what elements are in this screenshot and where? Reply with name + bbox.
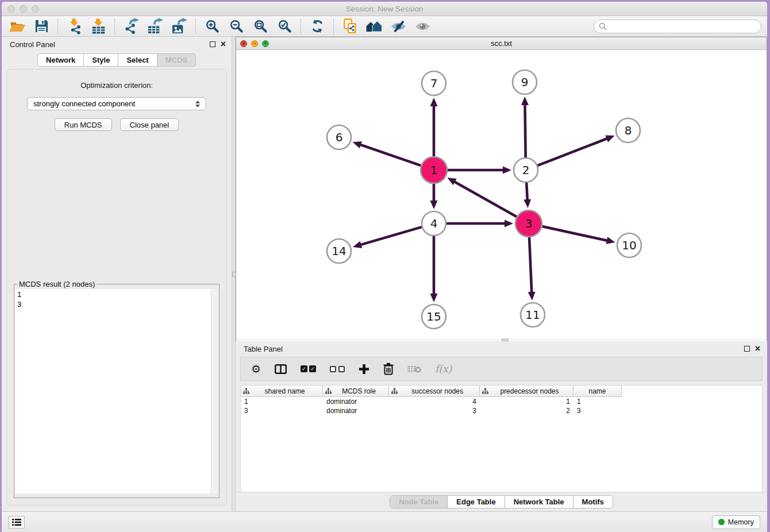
svg-text:6: 6	[336, 130, 343, 144]
table-tabs-bar: Node TableEdge TableNetwork TableMotifs	[236, 492, 767, 511]
column-header-successor-nodes[interactable]: successor nodes	[389, 385, 480, 397]
tab-edge-table[interactable]: Edge Table	[447, 496, 504, 508]
criterion-dropdown[interactable]: strongly connected component	[27, 97, 206, 110]
table-cell[interactable]: 3	[573, 406, 622, 415]
run-mcds-button[interactable]: Run MCDS	[55, 118, 112, 131]
graph-edge-4-15[interactable]	[430, 236, 438, 302]
hide-details-button[interactable]	[386, 18, 410, 35]
import-table-button[interactable]	[86, 18, 110, 35]
graph-edge-1-6[interactable]	[353, 141, 421, 165]
add-column-button[interactable]	[359, 364, 369, 375]
graph-node-10[interactable]: 10	[617, 233, 641, 257]
zoom-selected-button[interactable]	[272, 18, 297, 35]
graph-edge-1-4[interactable]	[430, 184, 438, 209]
graph-edge-3-10[interactable]	[542, 226, 615, 244]
table-cell[interactable]: dominator	[323, 406, 389, 415]
table-cell[interactable]: 3	[389, 406, 480, 415]
column-header-name[interactable]: name	[573, 385, 622, 397]
tab-motifs[interactable]: Motifs	[573, 496, 613, 508]
result-scrollbar[interactable]	[211, 289, 218, 494]
horizontal-splitter-grip[interactable]	[502, 338, 509, 341]
column-header-shared-name[interactable]: shared name	[241, 385, 323, 397]
table-cell[interactable]: dominator	[323, 397, 389, 406]
tab-network-table[interactable]: Network Table	[505, 496, 573, 508]
graph-node-8[interactable]: 8	[616, 118, 640, 142]
window-title: Session: New Session	[2, 5, 767, 13]
zoom-in-button[interactable]	[200, 18, 224, 35]
table-options-button[interactable]: ⚙	[251, 363, 261, 375]
zoom-in-icon	[205, 19, 220, 33]
table-cell[interactable]: 1	[480, 397, 573, 406]
column-header-predecessor-nodes[interactable]: predecessor nodes	[480, 385, 573, 397]
table-row[interactable]: 3dominator323	[241, 406, 762, 415]
tab-network[interactable]: Network	[37, 53, 84, 67]
delete-column-button[interactable]	[383, 363, 394, 375]
horizontal-splitter[interactable]	[236, 338, 767, 341]
new-network-from-selection-button[interactable]	[338, 18, 362, 35]
graph-edge-4-14[interactable]	[353, 227, 422, 248]
mcds-result-text[interactable]: 1 3	[15, 289, 211, 494]
graph-node-15[interactable]: 15	[422, 304, 446, 329]
task-history-button[interactable]	[9, 516, 25, 529]
tab-mcds[interactable]: MCDS	[157, 53, 196, 67]
deselect-all-rows-button[interactable]	[330, 366, 345, 372]
table-cell[interactable]: 3	[241, 406, 323, 415]
search-input[interactable]	[610, 22, 756, 30]
zoom-out-button[interactable]	[224, 18, 248, 35]
float-panel-icon[interactable]	[210, 41, 215, 47]
import-network-button[interactable]	[62, 18, 86, 35]
graph-node-6[interactable]: 6	[327, 125, 351, 149]
graph-edge-2-3[interactable]	[523, 183, 531, 208]
export-network-button[interactable]	[119, 18, 143, 35]
graph-edge-3-11[interactable]	[528, 237, 536, 300]
refresh-view-button[interactable]	[305, 18, 329, 35]
graph-edge-3-1[interactable]	[448, 178, 517, 217]
graph-node-7[interactable]: 7	[422, 71, 446, 95]
column-view-button[interactable]	[275, 364, 287, 374]
open-session-button[interactable]	[5, 18, 29, 35]
save-session-button[interactable]	[29, 18, 53, 35]
column-sort-icon	[243, 388, 249, 394]
tab-select[interactable]: Select	[118, 53, 157, 67]
splitter-grip[interactable]	[232, 272, 236, 277]
export-image-button[interactable]	[167, 18, 191, 35]
graph-node-3[interactable]: 3	[515, 210, 542, 237]
graph-node-14[interactable]: 14	[327, 239, 351, 263]
export-table-button[interactable]	[143, 18, 167, 35]
tab-node-table[interactable]: Node Table	[390, 496, 447, 508]
graph-node-1[interactable]: 1	[421, 157, 447, 183]
first-neighbors-button[interactable]	[362, 18, 386, 35]
network-canvas[interactable]: 7968124314101511	[236, 50, 767, 338]
zoom-fit-button[interactable]	[248, 18, 272, 35]
graph-edge-4-3[interactable]	[446, 220, 513, 228]
table-cell[interactable]: 4	[389, 397, 480, 406]
svg-text:7: 7	[430, 76, 438, 90]
graph-edge-2-9[interactable]	[521, 97, 529, 157]
column-header-mcds-role[interactable]: MCDS role	[323, 385, 389, 397]
float-table-panel-icon[interactable]	[744, 346, 750, 352]
graph-node-11[interactable]: 11	[521, 303, 545, 327]
trash-icon	[383, 363, 394, 375]
zoom-out-icon	[229, 19, 244, 33]
search-field[interactable]	[594, 20, 761, 33]
tab-style[interactable]: Style	[84, 53, 118, 67]
memory-button[interactable]: Memory	[712, 515, 760, 529]
vertical-splitter[interactable]	[232, 37, 236, 511]
select-all-rows-button[interactable]: ✓✓	[301, 365, 316, 372]
right-column: x − + scc.txt 7968124314101511 Ta	[236, 37, 767, 511]
graph-node-9[interactable]: 9	[513, 70, 537, 94]
table-row[interactable]: 1dominator411	[241, 397, 762, 406]
close-panel-icon[interactable]: ×	[221, 41, 226, 47]
graph-node-2[interactable]: 2	[514, 158, 538, 182]
graph-edge-2-8[interactable]	[538, 135, 615, 165]
table-cell[interactable]: 1	[241, 397, 323, 406]
table-cell[interactable]: 2	[480, 406, 573, 415]
graph-edge-1-2[interactable]	[448, 167, 511, 174]
table-header-row: shared nameMCDS rolesuccessor nodesprede…	[241, 385, 762, 397]
table-cell[interactable]: 1	[573, 397, 622, 406]
graph-node-4[interactable]: 4	[422, 211, 446, 236]
close-panel-button[interactable]: Close panel	[120, 118, 179, 131]
graph-edge-1-7[interactable]	[430, 98, 438, 156]
checked-box-icon: ✓	[301, 365, 307, 372]
close-table-panel-icon[interactable]: ×	[755, 346, 760, 352]
